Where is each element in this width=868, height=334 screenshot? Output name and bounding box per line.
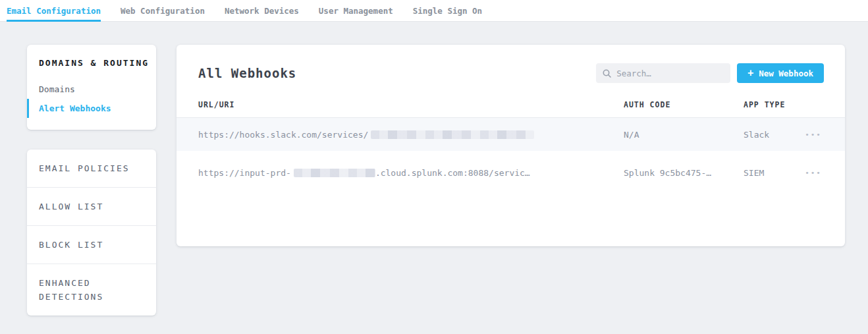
sidebar-item-domains[interactable]: Domains — [27, 80, 144, 99]
auth-code-cell: N/A — [624, 130, 744, 140]
column-header-url: URL/URI — [198, 97, 624, 117]
search-box[interactable] — [596, 63, 730, 83]
column-header-auth-code: AUTH CODE — [624, 97, 744, 117]
webhook-url-text: https://hooks.slack.com/services/ — [198, 130, 368, 140]
column-header-actions — [788, 97, 823, 117]
sidebar-section-email-policies[interactable]: EMAIL POLICIES — [27, 150, 156, 187]
webhook-url-suffix: .cloud.splunk.com:8088/servic… — [375, 168, 530, 178]
tab-email-configuration[interactable]: Email Configuration — [7, 0, 101, 21]
table-row: https://hooks.slack.com/services/ N/A Sl… — [176, 118, 845, 151]
webhook-url-text: https://input-prd- — [198, 168, 291, 178]
page-title: All Webhooks — [198, 66, 596, 80]
app-type-cell: SIEM — [744, 168, 788, 178]
webhook-url-cell: https://input-prd-.cloud.splunk.com:8088… — [198, 168, 624, 178]
search-input[interactable] — [616, 69, 724, 78]
top-nav: Email Configuration Web Configuration Ne… — [0, 0, 868, 22]
plus-icon: + — [747, 67, 753, 79]
tab-web-configuration[interactable]: Web Configuration — [121, 0, 205, 21]
tab-user-management[interactable]: User Management — [319, 0, 393, 21]
sidebar-sections-card: EMAIL POLICIES ALLOW LIST BLOCK LIST ENH… — [27, 150, 156, 316]
sidebar-section-enhanced-detections[interactable]: ENHANCED DETECTIONS — [27, 264, 156, 316]
sidebar-section-allow-list[interactable]: ALLOW LIST — [27, 187, 156, 225]
column-header-app-type: APP TYPE — [744, 97, 788, 117]
new-webhook-button[interactable]: + New Webhook — [737, 63, 824, 83]
row-actions-menu-icon[interactable]: ••• — [803, 166, 823, 180]
webhook-url-cell: https://hooks.slack.com/services/ — [198, 130, 624, 140]
panel-header: All Webhooks + New Webhook — [176, 45, 845, 97]
row-actions-menu-icon[interactable]: ••• — [803, 128, 823, 142]
sidebar-section-block-list[interactable]: BLOCK LIST — [27, 225, 156, 264]
search-icon — [603, 69, 611, 78]
redacted-url-segment — [294, 169, 375, 177]
redacted-url-segment — [371, 130, 534, 139]
new-webhook-label: New Webhook — [759, 69, 813, 78]
tab-single-sign-on[interactable]: Single Sign On — [413, 0, 482, 21]
table-row: https://input-prd-.cloud.splunk.com:8088… — [176, 151, 845, 194]
domains-routing-card: DOMAINS & ROUTING Domains Alert Webhooks — [27, 45, 156, 130]
table-header-row: URL/URI AUTH CODE APP TYPE — [176, 97, 845, 118]
auth-code-cell: Splunk 9c5bc475-… — [624, 168, 744, 178]
tab-network-devices[interactable]: Network Devices — [225, 0, 299, 21]
domains-routing-title: DOMAINS & ROUTING — [39, 58, 144, 68]
app-type-cell: Slack — [744, 130, 788, 140]
sidebar-item-alert-webhooks[interactable]: Alert Webhooks — [27, 99, 144, 118]
sidebar: DOMAINS & ROUTING Domains Alert Webhooks… — [27, 45, 156, 316]
webhooks-panel: All Webhooks + New Webhook URL/URI AUTH … — [176, 45, 845, 246]
